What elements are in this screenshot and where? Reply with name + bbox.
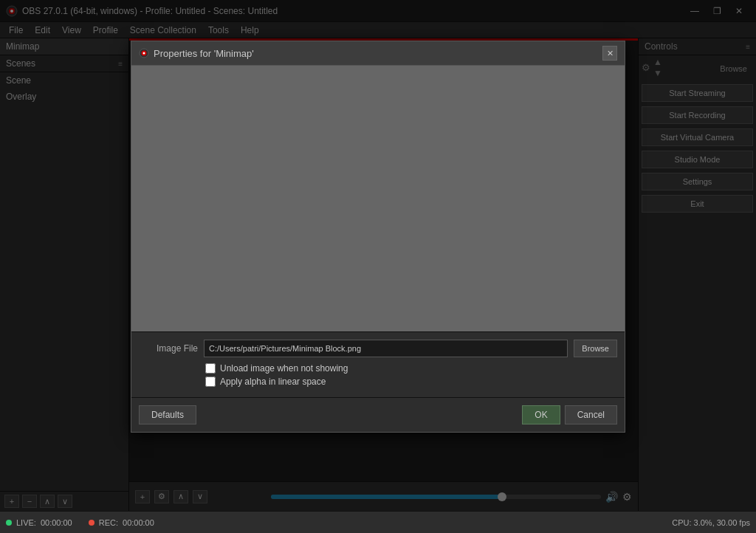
dialog-title-text: Properties for 'Minimap'	[154, 48, 254, 59]
dialog-obs-icon	[139, 48, 149, 58]
image-file-input[interactable]	[204, 340, 568, 357]
properties-dialog: Properties for 'Minimap' ✕ Image File	[131, 41, 625, 433]
defaults-button[interactable]: Defaults	[139, 405, 196, 424]
unload-checkbox[interactable]	[205, 363, 216, 374]
cancel-button[interactable]: Cancel	[565, 405, 617, 424]
cpu-label: CPU: 3.0%, 30.00 fps	[672, 518, 750, 527]
alpha-checkbox-row: Apply alpha in linear space	[205, 376, 617, 387]
unload-checkbox-row: Unload image when not showing	[205, 363, 617, 374]
status-bar: LIVE: 00:00:00 REC: 00:00:00 CPU: 3.0%, …	[0, 511, 756, 533]
rec-time: 00:00:00	[123, 518, 154, 527]
live-indicator	[6, 520, 12, 526]
dialog-buttons: Defaults OK Cancel	[131, 397, 625, 432]
alpha-label: Apply alpha in linear space	[220, 376, 326, 387]
dialog-close-button[interactable]: ✕	[602, 46, 617, 61]
ok-button[interactable]: OK	[522, 405, 560, 424]
unload-label: Unload image when not showing	[220, 363, 348, 374]
dialog-form: Image File Browse Unload image when not …	[131, 331, 625, 397]
image-file-label: Image File	[139, 343, 198, 354]
live-time: 00:00:00	[41, 518, 72, 527]
dialog-title: Properties for 'Minimap'	[139, 48, 254, 59]
image-file-row: Image File Browse	[139, 340, 617, 357]
dialog-titlebar: Properties for 'Minimap' ✕	[131, 41, 625, 66]
live-label: LIVE:	[16, 518, 36, 527]
preview-background	[131, 66, 625, 331]
rec-indicator	[89, 520, 94, 526]
dialog-ok-cancel: OK Cancel	[522, 405, 617, 424]
browse-button[interactable]: Browse	[574, 340, 617, 357]
rec-label: REC:	[99, 518, 118, 527]
modal-overlay: Properties for 'Minimap' ✕ Image File	[0, 0, 756, 511]
svg-point-5	[143, 52, 145, 55]
alpha-checkbox[interactable]	[205, 376, 216, 387]
dialog-preview-area	[131, 66, 625, 331]
